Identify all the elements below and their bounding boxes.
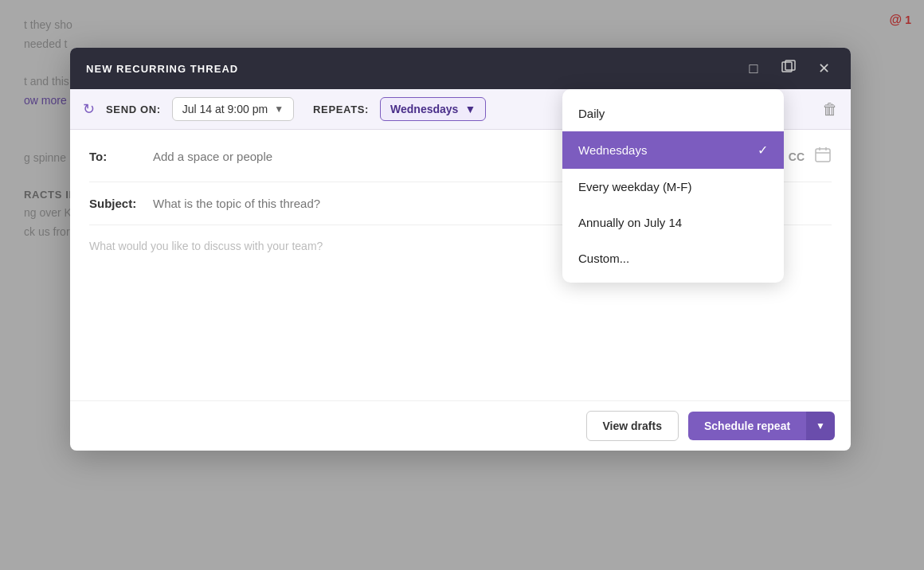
minimize-icon: □ [750, 61, 758, 77]
check-icon: ✓ [758, 142, 768, 158]
refresh-icon: ↻ [83, 100, 95, 118]
send-on-label: SEND ON: [106, 103, 161, 115]
to-label: To: [89, 150, 153, 163]
repeats-dropdown[interactable]: Wednesdays ▼ [380, 97, 486, 121]
schedule-repeat-button[interactable]: Schedule repeat [688, 412, 806, 440]
calendar-icon-button[interactable] [814, 146, 832, 167]
send-on-dropdown[interactable]: Jul 14 at 9:00 pm ▼ [172, 97, 294, 121]
send-on-chevron: ▼ [274, 103, 284, 115]
repeats-dropdown-menu: Daily Wednesdays ✓ Every weekday (M-F) A… [562, 89, 784, 283]
dropdown-item-daily[interactable]: Daily [562, 96, 784, 131]
dropdown-item-label-wednesdays: Wednesdays [578, 143, 647, 157]
dropdown-item-label-every-weekday: Every weekday (M-F) [578, 180, 692, 193]
close-icon: ✕ [818, 60, 830, 77]
delete-icon: 🗑 [822, 100, 838, 118]
dropdown-item-custom[interactable]: Custom... [562, 240, 784, 276]
dropdown-item-annually[interactable]: Annually on July 14 [562, 205, 784, 240]
to-field-actions: CC [789, 146, 832, 167]
subject-label: Subject: [89, 197, 153, 210]
repeats-label: REPEATS: [313, 103, 369, 115]
dropdown-item-label-annually: Annually on July 14 [578, 216, 682, 229]
schedule-repeat-btn-group: Schedule repeat ▼ [688, 412, 835, 440]
calendar-icon [814, 149, 832, 166]
expand-icon [781, 60, 796, 78]
repeats-value: Wednesdays [390, 103, 458, 115]
dropdown-item-every-weekday[interactable]: Every weekday (M-F) [562, 169, 784, 205]
schedule-repeat-dropdown-arrow: ▼ [816, 420, 825, 431]
dropdown-item-label-custom: Custom... [578, 252, 629, 265]
minimize-button[interactable]: □ [742, 57, 765, 80]
modal-header: NEW RECURRING THREAD □ ✕ [70, 48, 851, 89]
cc-button[interactable]: CC [789, 150, 805, 163]
send-on-value: Jul 14 at 9:00 pm [182, 103, 268, 115]
view-drafts-button[interactable]: View drafts [586, 411, 679, 441]
delete-button[interactable]: 🗑 [822, 100, 838, 119]
new-recurring-thread-modal: NEW RECURRING THREAD □ ✕ ↻ SEND ON: J [70, 48, 851, 451]
dropdown-item-wednesdays[interactable]: Wednesdays ✓ [562, 131, 784, 169]
schedule-repeat-dropdown-button[interactable]: ▼ [806, 412, 835, 440]
expand-button[interactable] [777, 57, 800, 80]
modal-header-actions: □ ✕ [742, 57, 835, 80]
repeats-chevron: ▼ [464, 103, 476, 115]
svg-rect-2 [816, 149, 830, 162]
close-button[interactable]: ✕ [812, 57, 835, 80]
modal-title: NEW RECURRING THREAD [86, 63, 238, 75]
modal-footer: View drafts Schedule repeat ▼ [70, 400, 851, 451]
dropdown-item-label-daily: Daily [578, 107, 605, 120]
